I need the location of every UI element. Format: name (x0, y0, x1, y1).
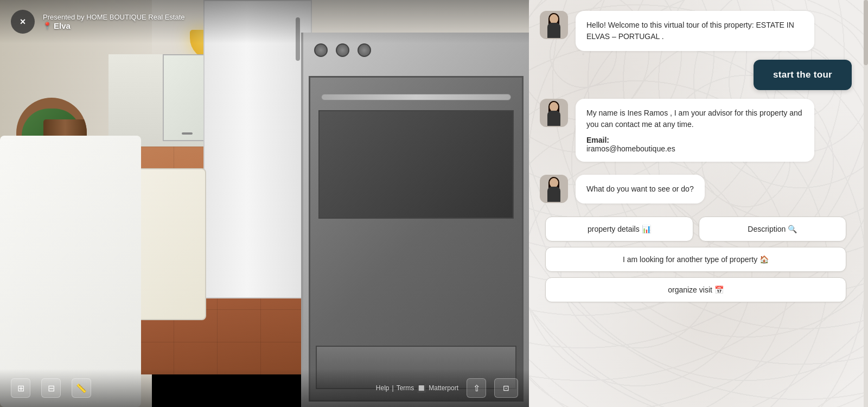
avatar-figure (545, 101, 563, 127)
property-details-button[interactable]: property details 📊 (545, 217, 693, 241)
oven-knob (314, 43, 328, 57)
what-message: What do you want to see or do? (540, 175, 852, 204)
action-buttons: property details 📊 Description 🔍 I am lo… (540, 217, 852, 302)
matterport-icon: 🔲 (417, 384, 426, 392)
bottom-credits: Help | Terms 🔲 Matterport (376, 384, 458, 392)
description-button[interactable]: Description 🔍 (699, 217, 847, 241)
vr-icon: ⊡ (503, 384, 509, 392)
chat-content: Hello! Welcome to this virtual tour of t… (529, 0, 868, 407)
ruler-icon: 📏 (76, 383, 87, 393)
white-table-left (0, 136, 141, 407)
share-button[interactable]: ⇧ (467, 378, 486, 398)
oven-window (318, 110, 514, 219)
floorplan-tool-button[interactable]: ⊟ (41, 378, 61, 398)
close-icon: × (20, 16, 26, 28)
oven-knob (336, 43, 349, 57)
layers-icon: ⊞ (17, 383, 24, 393)
presenter-info: Presented by HOME BOUTIQUE Real Estate 📍… (43, 13, 185, 30)
advisor-message: My name is Ines Ramos , I am your adviso… (540, 99, 852, 162)
tour-panel: × Presented by HOME BOUTIQUE Real Estate… (0, 0, 529, 407)
chat-panel: Hello! Welcome to this virtual tour of t… (529, 0, 868, 407)
bottom-right: Help | Terms 🔲 Matterport ⇧ ⊡ (376, 378, 518, 398)
what-bubble: What do you want to see or do? (576, 175, 705, 204)
advisor-bubble: My name is Ines Ramos , I am your adviso… (576, 99, 814, 162)
vr-button[interactable]: ⊡ (494, 378, 518, 398)
tour-bottom-overlay: ⊞ ⊟ 📏 Help | Terms 🔲 Matterport ⇧ ⊡ (0, 369, 529, 407)
email-value: iramos@homeboutique.es (586, 144, 803, 153)
what-text: What do you want to see or do? (586, 185, 694, 193)
organize-visit-button[interactable]: organize visit 📅 (545, 277, 846, 302)
welcome-text: Hello! Welcome to this virtual tour of t… (586, 21, 794, 41)
share-icon: ⇧ (473, 383, 480, 393)
welcome-message: Hello! Welcome to this virtual tour of t… (540, 11, 852, 51)
welcome-bubble: Hello! Welcome to this virtual tour of t… (576, 11, 814, 51)
oven-knob (358, 43, 371, 57)
pin-icon: 📍 (43, 22, 52, 30)
separator: | (392, 384, 394, 392)
avatar-body (547, 111, 560, 126)
help-label[interactable]: Help (376, 384, 390, 392)
advisor-avatar-2 (540, 99, 568, 127)
tour-top-overlay: × Presented by HOME BOUTIQUE Real Estate… (0, 0, 529, 43)
bottom-tools: ⊞ ⊟ 📏 (11, 378, 91, 398)
advisor-name-text: My name is Ines Ramos , I am your adviso… (586, 109, 802, 129)
ruler-tool-button[interactable]: 📏 (72, 378, 91, 398)
oven-controls (314, 43, 371, 57)
location-row: 📍 Elva (43, 21, 185, 30)
close-button[interactable]: × (11, 10, 35, 34)
oven-handle (321, 94, 511, 100)
oven (301, 33, 529, 407)
oven-door (309, 76, 524, 402)
terms-label[interactable]: Terms (397, 384, 414, 392)
layers-tool-button[interactable]: ⊞ (11, 378, 30, 398)
avatar-figure (545, 177, 563, 203)
refrigerator (203, 0, 312, 298)
avatar-body (547, 187, 560, 202)
floorplan-icon: ⊟ (48, 383, 55, 393)
avatar-figure (545, 13, 563, 39)
looking-for-another-button[interactable]: I am looking for another type of propert… (545, 247, 846, 272)
action-row-1: property details 📊 Description 🔍 (545, 217, 846, 241)
start-tour-button[interactable]: start the tour (754, 60, 852, 90)
email-label: Email: (586, 136, 803, 144)
advisor-avatar-1 (540, 11, 568, 39)
presenter-name: Presented by HOME BOUTIQUE Real Estate (43, 13, 185, 21)
location-label: Elva (54, 21, 71, 30)
kitchen-scene (0, 0, 529, 407)
avatar-body (547, 23, 560, 38)
advisor-avatar-3 (540, 175, 568, 203)
matterport-label: Matterport (429, 384, 458, 392)
